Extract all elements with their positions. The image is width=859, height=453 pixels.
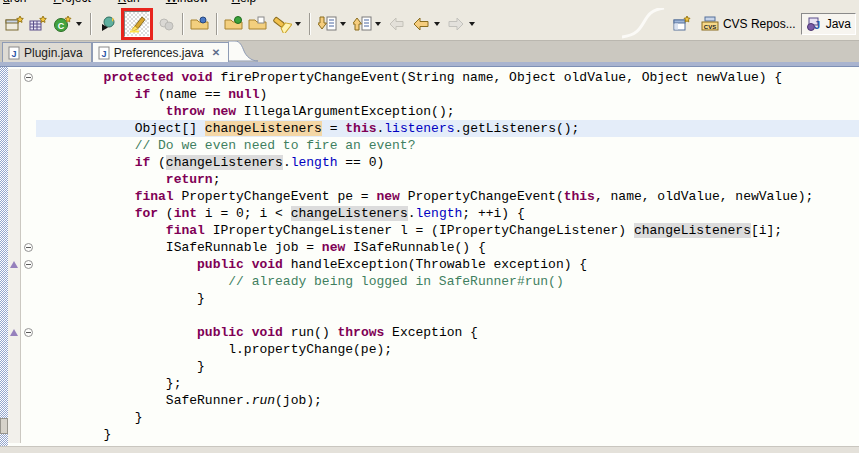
code-line-text[interactable]: public void handleException(Throwable ex… — [36, 256, 859, 273]
new-wizard-button[interactable] — [3, 12, 27, 36]
open-type-icon — [190, 15, 210, 32]
code-line-text[interactable] — [36, 307, 859, 324]
fold-collapse-icon[interactable] — [24, 328, 33, 337]
new-class-dropdown-caret[interactable] — [76, 22, 82, 26]
search-button[interactable] — [270, 12, 294, 36]
menu-item-search[interactable]: arch — [3, 0, 26, 5]
open-perspective-button[interactable] — [668, 12, 696, 35]
eclipse-window: arch Project Run Window Help — [0, 0, 859, 453]
code-line: SafeRunner.run(job); — [8, 392, 859, 409]
new-class-button[interactable]: C — [51, 12, 75, 36]
folding-cell — [21, 341, 36, 358]
menu-item-help[interactable]: Help — [231, 0, 256, 5]
code-line-text[interactable]: // Do we even need to fire an event? — [36, 137, 859, 154]
folding-cell — [21, 171, 36, 188]
previous-annotation-caret[interactable] — [375, 22, 381, 26]
next-annotation-caret[interactable] — [340, 22, 346, 26]
code-area[interactable]: protected void firePropertyChangeEvent(S… — [8, 67, 859, 446]
marker-bar-cell — [8, 188, 21, 205]
marker-bar-cell — [8, 290, 21, 307]
marker-bar-cell — [8, 426, 21, 443]
marker-bar-cell — [8, 205, 21, 222]
fold-collapse-icon[interactable] — [24, 243, 33, 252]
forward-icon — [447, 16, 465, 32]
search-dropdown-caret[interactable] — [295, 22, 301, 26]
code-line-text[interactable]: throw new IllegalArgumentException(); — [36, 103, 859, 120]
mark-occurrences-toggle[interactable] — [124, 11, 150, 37]
code-line-text[interactable]: final PropertyChangeEvent pe = new Prope… — [36, 188, 859, 205]
code-line: public void handleException(Throwable ex… — [8, 256, 859, 273]
code-line: ISafeRunnable job = new ISafeRunnable() … — [8, 239, 859, 256]
code-line-text[interactable]: final IPropertyChangeListener l = (IProp… — [36, 222, 859, 239]
marker-bar-cell — [8, 392, 21, 409]
perspective-bar: CVS CVS Repos... J Java — [622, 10, 856, 37]
marker-bar-cell — [8, 171, 21, 188]
forward-button — [444, 12, 468, 36]
code-editor[interactable]: protected void firePropertyChangeEvent(S… — [0, 67, 859, 446]
folding-cell — [21, 188, 36, 205]
run-button[interactable] — [96, 12, 120, 36]
toolbar-separator — [182, 13, 184, 35]
code-line: for (int i = 0; i < changeListeners.leng… — [8, 205, 859, 222]
code-line: } — [8, 409, 859, 426]
code-line-text[interactable]: return; — [36, 171, 859, 188]
code-line-text[interactable]: if (changeListeners.length == 0) — [36, 154, 859, 171]
tab-plugin-java[interactable]: J Plugin.java — [2, 42, 92, 62]
code-line-text[interactable]: } — [36, 290, 859, 307]
back-button[interactable] — [409, 12, 433, 36]
marker-bar-cell — [8, 307, 21, 324]
new-java-project-button[interactable] — [27, 12, 51, 36]
previous-annotation-button[interactable] — [350, 12, 374, 36]
code-line: public void run() throws Exception { — [8, 324, 859, 341]
forward-dropdown-caret[interactable] — [469, 22, 475, 26]
marker-bar-cell — [8, 341, 21, 358]
marker-bar-cell — [8, 69, 21, 86]
folding-cell — [21, 409, 36, 426]
last-edit-location-icon — [388, 16, 406, 32]
code-line-text[interactable]: } — [36, 409, 859, 426]
cropped-scrollbar[interactable] — [0, 67, 8, 446]
scrollbar-button[interactable] — [0, 418, 8, 434]
open-resource-button[interactable] — [246, 12, 270, 36]
menu-item-run[interactable]: Run — [118, 0, 140, 5]
code-line-text[interactable]: Object[] changeListeners = this.listener… — [36, 120, 859, 137]
code-line-text[interactable]: protected void firePropertyChangeEvent(S… — [36, 69, 859, 86]
code-line-text[interactable]: for (int i = 0; i < changeListeners.leng… — [36, 205, 859, 222]
marker-bar-cell — [8, 103, 21, 120]
close-icon[interactable]: ✕ — [212, 47, 220, 58]
profile-button — [154, 12, 178, 36]
open-perspective-icon — [673, 15, 691, 32]
tab-preferences-java[interactable]: J Preferences.java ✕ — [92, 42, 229, 62]
code-line: final IPropertyChangeListener l = (IProp… — [8, 222, 859, 239]
mark-occurrences-icon — [127, 14, 147, 33]
open-type-button[interactable] — [188, 12, 212, 36]
menu-item-project[interactable]: Project — [53, 0, 90, 5]
fold-collapse-icon[interactable] — [24, 260, 33, 269]
checkout-button[interactable] — [222, 12, 246, 36]
svg-text:CVS: CVS — [704, 23, 716, 29]
folding-cell — [21, 256, 36, 273]
marker-bar-cell — [8, 324, 21, 341]
next-annotation-button[interactable] — [315, 12, 339, 36]
folding-cell — [21, 273, 36, 290]
perspective-cvs-button[interactable]: CVS CVS Repos... — [696, 13, 801, 35]
code-line-text[interactable]: } — [36, 426, 859, 443]
code-line-text[interactable]: // already being logged in SafeRunner#ru… — [36, 273, 859, 290]
back-dropdown-caret[interactable] — [434, 22, 440, 26]
code-line-text[interactable]: public void run() throws Exception { — [36, 324, 859, 341]
folding-cell — [21, 358, 36, 375]
code-line-text[interactable]: SafeRunner.run(job); — [36, 392, 859, 409]
code-line-text[interactable]: ISafeRunnable job = new ISafeRunnable() … — [36, 239, 859, 256]
marker-bar-cell — [8, 120, 21, 137]
code-line-text[interactable]: } — [36, 358, 859, 375]
svg-text:C: C — [58, 20, 65, 30]
code-line: Object[] changeListeners = this.listener… — [8, 120, 859, 137]
code-line-text[interactable]: }; — [36, 375, 859, 392]
fold-collapse-icon[interactable] — [24, 73, 33, 82]
perspective-java-button[interactable]: J Java — [801, 13, 856, 35]
svg-text:J: J — [814, 19, 820, 31]
menu-item-window[interactable]: Window — [166, 0, 209, 5]
code-line-text[interactable]: if (name == null) — [36, 86, 859, 103]
code-line-text[interactable]: l.propertyChange(pe); — [36, 341, 859, 358]
marker-bar-cell — [8, 358, 21, 375]
